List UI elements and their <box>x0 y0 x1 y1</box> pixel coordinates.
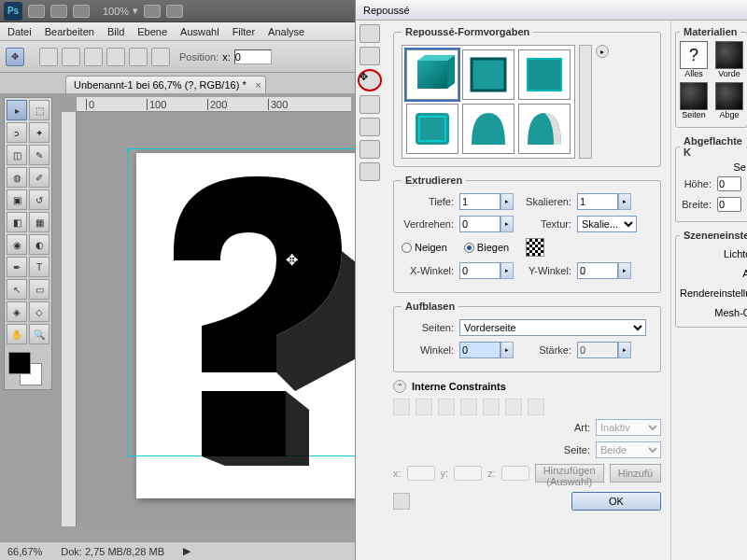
tool-crop[interactable]: ◫ <box>7 145 27 165</box>
tool-lasso[interactable]: ɔ <box>7 122 27 143</box>
menu-ebene[interactable]: Ebene <box>137 26 167 37</box>
status-doksize: Dok: 2,75 MB/8,28 MB <box>61 546 164 557</box>
tool-3d[interactable]: ◈ <box>7 301 27 322</box>
tool-zoom[interactable]: 🔍 <box>29 324 49 344</box>
3d-roll-icon[interactable] <box>62 48 80 66</box>
extrude-legend: Extrudieren <box>402 175 466 186</box>
status-zoom[interactable]: 66,67% <box>7 546 42 557</box>
tool-gradient[interactable]: ▦ <box>29 212 49 232</box>
foreground-color[interactable] <box>8 352 31 374</box>
menu-datei[interactable]: Datei <box>7 26 32 37</box>
preset-3[interactable] <box>518 49 571 100</box>
tool-blur[interactable]: ◉ <box>7 234 27 255</box>
mesh-rotate-icon[interactable] <box>359 24 380 43</box>
breite-input[interactable] <box>717 197 741 212</box>
preset-1[interactable] <box>406 49 458 100</box>
constraints-title: Interne Constraints <box>412 381 506 392</box>
xwinkel-stepper[interactable]: ▸ <box>500 262 514 279</box>
preset-6[interactable] <box>518 104 571 154</box>
verdrehen-stepper[interactable]: ▸ <box>500 216 514 232</box>
cy-label: y: <box>441 468 449 479</box>
tool-healing[interactable]: ◍ <box>7 167 27 188</box>
tool-move[interactable]: ▸ <box>7 100 27 120</box>
mesh-scale-icon[interactable] <box>359 118 380 136</box>
neigen-radio[interactable]: Neigen <box>402 242 447 253</box>
document-tab[interactable]: Unbenannt-1 bei 66,7% (?, RGB/16) * × <box>65 76 266 93</box>
material-abge[interactable] <box>715 82 743 110</box>
tool-stamp[interactable]: ▣ <box>7 189 27 210</box>
menu-bearbeiten[interactable]: Bearbeiten <box>45 26 94 37</box>
mesh-pan-icon[interactable]: ✥ <box>358 69 382 91</box>
textur-select[interactable]: Skalie... <box>577 216 637 232</box>
zoom-dropdown-icon[interactable]: ▾ <box>133 5 138 17</box>
skalieren-label: Skalieren: <box>519 196 571 207</box>
x-input[interactable] <box>234 49 272 64</box>
tool-hand[interactable]: ✋ <box>7 324 27 344</box>
close-tab-icon[interactable]: × <box>255 79 261 91</box>
menu-filter[interactable]: Filter <box>233 26 255 37</box>
active-tool-icon[interactable]: ✥ <box>6 48 24 66</box>
preset-2[interactable] <box>462 49 514 100</box>
tool-eraser[interactable]: ◧ <box>7 212 27 232</box>
hand-icon[interactable] <box>144 5 161 18</box>
tool-3dcamera[interactable]: ◇ <box>29 301 49 322</box>
viewextras-icon[interactable] <box>73 5 90 18</box>
tool-type[interactable]: T <box>29 257 49 277</box>
menu-auswahl[interactable]: Auswahl <box>180 26 219 37</box>
tool-wand[interactable]: ✦ <box>29 122 49 143</box>
constraints-collapse-icon[interactable]: ⌃ <box>393 380 406 393</box>
preset-5[interactable] <box>462 104 514 154</box>
3d-rotate-icon[interactable] <box>39 48 58 66</box>
3d-slide-icon[interactable] <box>106 48 125 66</box>
tool-brush[interactable]: ✐ <box>29 167 49 188</box>
mesh-roll-icon[interactable] <box>359 47 380 65</box>
preset-menu-icon[interactable]: ▸ <box>596 45 609 58</box>
winkel-input[interactable] <box>459 342 500 358</box>
3d-view-icon[interactable] <box>151 48 170 66</box>
staerke-input <box>577 342 618 358</box>
winkel-stepper[interactable]: ▸ <box>500 342 514 358</box>
ywinkel-stepper[interactable]: ▸ <box>618 262 631 279</box>
verdrehen-input[interactable] <box>459 216 500 232</box>
bridge-icon[interactable] <box>28 5 45 18</box>
color-swatches[interactable] <box>7 350 49 387</box>
ruler-mark: 200 <box>207 99 227 110</box>
dialog-titlebar[interactable]: Repoussé <box>356 0 747 21</box>
tiefe-stepper[interactable]: ▸ <box>500 193 514 210</box>
scene-render: Rendereinstellung <box>680 284 747 303</box>
preset-4[interactable] <box>406 104 458 154</box>
material-vorder[interactable] <box>715 41 743 69</box>
skalieren-input[interactable] <box>577 193 618 210</box>
tiefe-input[interactable] <box>459 193 500 210</box>
tool-path[interactable]: ↖ <box>7 279 27 300</box>
tool-pen[interactable]: ✒ <box>7 257 27 277</box>
flat-se: Se <box>680 161 746 173</box>
3d-scale-icon[interactable] <box>129 48 148 66</box>
menu-analyse[interactable]: Analyse <box>268 26 304 37</box>
tool-dodge[interactable]: ◐ <box>29 234 49 255</box>
trash-icon[interactable] <box>393 493 410 510</box>
biegen-radio[interactable]: Biegen <box>464 242 509 253</box>
mesh-slide-icon[interactable] <box>359 95 380 114</box>
tool-history[interactable]: ↺ <box>29 189 49 210</box>
mesh-tool6-icon[interactable] <box>359 140 380 159</box>
ok-button[interactable]: OK <box>571 492 661 511</box>
arrange-icon[interactable] <box>166 5 183 18</box>
hoehe-input[interactable] <box>717 176 741 191</box>
seiten-select[interactable]: Vorderseite <box>459 319 646 336</box>
minibridge-icon[interactable] <box>50 5 67 18</box>
tool-eyedropper[interactable]: ✎ <box>29 145 49 165</box>
qr-icon[interactable] <box>526 238 544 257</box>
material-seiten[interactable] <box>680 82 708 110</box>
tool-marquee[interactable]: ⬚ <box>29 100 49 120</box>
ywinkel-input[interactable] <box>577 262 618 279</box>
menu-bild[interactable]: Bild <box>107 26 124 37</box>
3d-pan-icon[interactable] <box>84 48 103 66</box>
xwinkel-input[interactable] <box>459 262 500 279</box>
preset-scrollbar[interactable] <box>579 45 592 159</box>
material-alles[interactable]: ? <box>680 41 708 69</box>
status-arrow-icon[interactable]: ▶ <box>183 545 190 557</box>
mesh-tool7-icon[interactable] <box>359 162 380 181</box>
tool-shape[interactable]: ▭ <box>29 279 49 300</box>
skalieren-stepper[interactable]: ▸ <box>618 193 631 210</box>
